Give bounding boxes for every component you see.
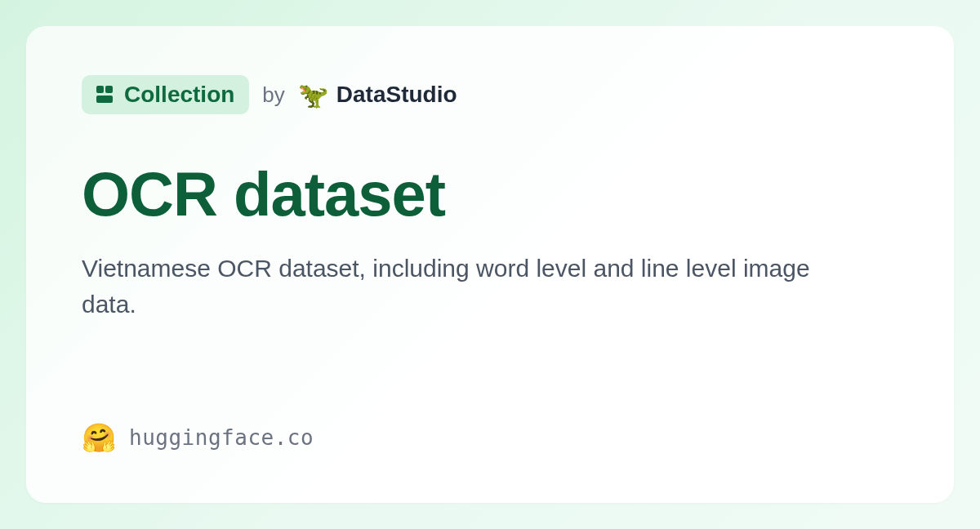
author-link[interactable]: 🦖 DataStudio [298, 81, 457, 109]
collection-label: Collection [124, 82, 234, 108]
footer-domain: huggingface.co [129, 425, 314, 450]
by-label: by [262, 82, 284, 108]
huggingface-icon: 🤗 [82, 421, 116, 454]
author-avatar-emoji: 🦖 [298, 81, 328, 109]
header-row: Collection by 🦖 DataStudio [82, 75, 898, 114]
description: Vietnamese OCR dataset, including word l… [82, 251, 833, 322]
footer: 🤗 huggingface.co [82, 421, 898, 454]
page-title: OCR dataset [82, 158, 898, 229]
collection-card: Collection by 🦖 DataStudio OCR dataset V… [26, 26, 954, 503]
collection-badge[interactable]: Collection [82, 75, 249, 114]
author-name: DataStudio [336, 82, 457, 108]
collection-icon [96, 86, 114, 104]
